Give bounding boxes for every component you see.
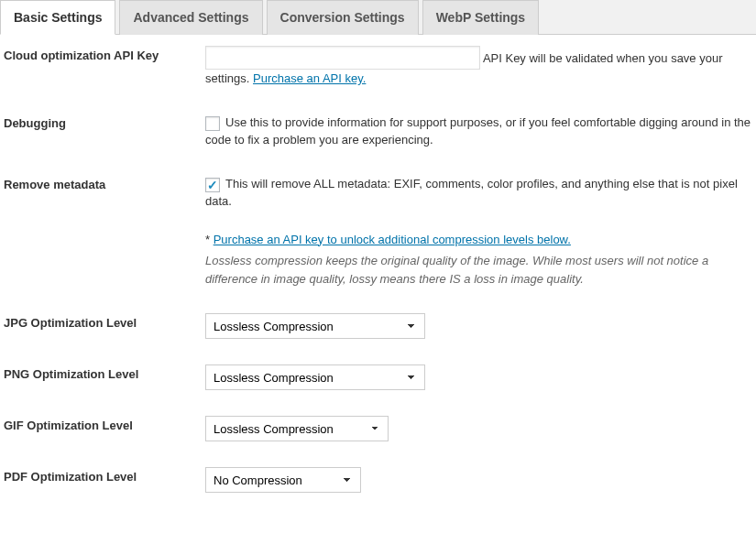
debugging-description: Use this to provide information for supp… xyxy=(205,115,751,147)
compression-note: Lossless compression keeps the original … xyxy=(205,252,747,288)
remove-metadata-description: This will remove ALL metadata: EXIF, com… xyxy=(205,177,738,209)
label-gif-level: GIF Optimization Level xyxy=(4,416,205,432)
tab-webp-settings[interactable]: WebP Settings xyxy=(422,0,540,35)
label-api-key: Cloud optimization API Key xyxy=(4,46,205,62)
label-pdf-level: PDF Optimization Level xyxy=(4,467,205,484)
tab-advanced-settings[interactable]: Advanced Settings xyxy=(119,0,262,35)
tab-basic-settings[interactable]: Basic Settings xyxy=(0,0,115,35)
label-debugging: Debugging xyxy=(4,114,205,130)
png-level-select[interactable]: Lossless Compression xyxy=(205,364,425,390)
label-png-level: PNG Optimization Level xyxy=(4,364,205,381)
unlock-prefix: * xyxy=(205,233,214,246)
jpg-level-select[interactable]: Lossless Compression xyxy=(205,313,425,339)
tab-conversion-settings[interactable]: Conversion Settings xyxy=(267,0,419,35)
unlock-compression-link[interactable]: Purchase an API key to unlock additional… xyxy=(214,233,571,246)
label-remove-metadata: Remove metadata xyxy=(4,175,205,191)
api-key-input[interactable] xyxy=(205,46,480,70)
pdf-level-select[interactable]: No Compression xyxy=(205,467,361,493)
label-jpg-level: JPG Optimization Level xyxy=(4,313,205,330)
purchase-api-key-link[interactable]: Purchase an API key. xyxy=(253,71,366,85)
remove-metadata-checkbox[interactable] xyxy=(205,178,220,192)
settings-form: Cloud optimization API Key API Key will … xyxy=(0,35,756,544)
tabs: Basic Settings Advanced Settings Convers… xyxy=(0,0,756,35)
gif-level-select[interactable]: Lossless Compression xyxy=(205,416,389,441)
debugging-checkbox[interactable] xyxy=(205,116,220,131)
